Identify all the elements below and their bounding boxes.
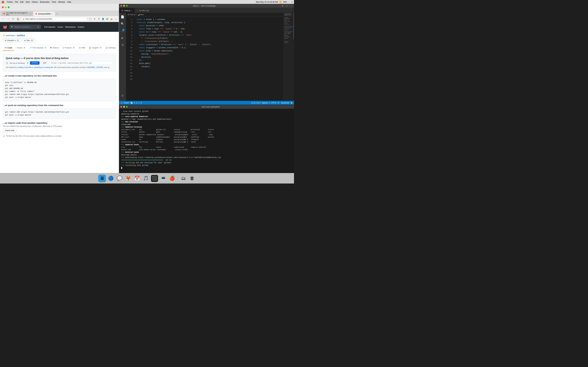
terminal-content[interactable]: ~ brew cask install github Updating Home…: [119, 109, 294, 173]
nav-marketplace[interactable]: Marketplace: [65, 26, 76, 28]
search-icon[interactable]: 🔍: [120, 21, 125, 26]
terminal-maximize[interactable]: [126, 106, 128, 108]
home-button[interactable]: 🏠: [16, 17, 20, 21]
tab-reddit[interactable]: 🦊 (1) reddit: the front page of the... ×: [1, 12, 33, 16]
github-search[interactable]: 🔍 Search or jump to... /: [9, 25, 41, 29]
https-button[interactable]: HTTPS: [30, 61, 40, 65]
apple-menu[interactable]: 🍎: [1, 1, 4, 3]
vscode-toggle-panel[interactable]: ▭: [285, 4, 288, 7]
nav-insights[interactable]: 📊 Settings: [104, 45, 117, 51]
dock-firefox[interactable]: 🦊: [124, 175, 132, 182]
ssh-button[interactable]: SSH: [41, 61, 49, 65]
dock-spotify[interactable]: 🎵: [142, 175, 150, 182]
menu-bookmarks[interactable]: Bookmarks: [40, 1, 50, 3]
back-button[interactable]: ←: [1, 17, 5, 21]
watch-button[interactable]: 👁 Unwatch ▾ 1: [3, 38, 21, 42]
nav-wiki[interactable]: 📖 Wiki: [77, 45, 87, 51]
menu-firefox[interactable]: Firefox: [7, 1, 13, 3]
dock-vscode[interactable]: 💻: [159, 175, 167, 182]
url-options[interactable]: ···: [54, 18, 56, 20]
git-branch-name[interactable]: master*: [123, 102, 130, 104]
cursor-position[interactable]: Ln 11, Col 1: [251, 102, 260, 104]
dock-calendar[interactable]: 📅: [133, 175, 141, 182]
quick-setup-desc: Get started by creating a new file or up…: [6, 66, 113, 69]
pocket-icon[interactable]: ◯: [89, 17, 92, 21]
code-area[interactable]: 12345 678910 1112131415 1617181920 const…: [126, 17, 284, 101]
settings-icon[interactable]: ⚙: [120, 93, 125, 98]
spaces-indicator[interactable]: Spaces: 2: [262, 102, 270, 104]
upload-file-link[interactable]: uploading an existing file: [34, 67, 53, 68]
tab-github[interactable]: 🐙 eeshaan/dotfiles ×: [33, 12, 55, 16]
vscode-split-editor[interactable]: ⊞: [281, 4, 284, 7]
term-line-new-formulae: ==> New Formulae: [121, 121, 292, 123]
create-file-link[interactable]: creating a new file: [17, 67, 32, 68]
vscode-minimize[interactable]: [123, 5, 125, 7]
repo-owner[interactable]: eeshaan: [6, 34, 15, 37]
license-link[interactable]: LICENSE: [96, 67, 103, 68]
nav-prs[interactable]: ⎇ Pull requests 0: [28, 45, 49, 51]
tab-reddit-close[interactable]: ×: [30, 13, 31, 15]
star-button[interactable]: ★ Star 0: [22, 38, 35, 42]
profile-icon[interactable]: 👤: [101, 17, 105, 21]
nav-security[interactable]: 🔒 Insights 0: [87, 45, 104, 51]
menu-edit[interactable]: Edit: [20, 1, 24, 3]
code-content[interactable]: const { anime } = window; function slide…: [133, 17, 284, 101]
menu-history[interactable]: History: [32, 1, 38, 3]
tab-github-close[interactable]: ×: [52, 13, 53, 15]
clone-url[interactable]: https://github.com/eeshaan/dotfiles.git: [50, 61, 113, 65]
nav-explore[interactable]: Explore: [78, 26, 84, 28]
dock-finder[interactable]: 🖥: [98, 175, 106, 182]
menu-file[interactable]: File: [15, 1, 18, 3]
readme-link[interactable]: README: [87, 67, 95, 68]
source-control-icon[interactable]: ⎇ 5: [120, 28, 125, 33]
menu-tools[interactable]: Tools: [52, 1, 56, 3]
vscode-close[interactable]: [121, 5, 122, 7]
run-icon[interactable]: ▶: [120, 35, 125, 40]
dock-maps[interactable]: 🔵: [107, 175, 115, 182]
bell-icon[interactable]: 🔔: [291, 102, 293, 104]
explorer-icon[interactable]: 📄: [120, 14, 125, 19]
extensions-icon[interactable]: ⊞: [120, 42, 125, 47]
nav-settings[interactable]: ⚙ Setti...: [117, 45, 119, 51]
vscode-more[interactable]: ···: [289, 4, 293, 7]
terminal-minimize[interactable]: [123, 106, 125, 108]
extensions-icon[interactable]: 🧩: [105, 17, 109, 21]
maximize-button[interactable]: [8, 6, 10, 8]
line-ending-indicator[interactable]: LF: [277, 102, 280, 104]
dock-folder[interactable]: 🗂: [180, 175, 187, 182]
dock-messages[interactable]: 💬: [116, 175, 123, 182]
encoding-indicator[interactable]: UTF-8: [271, 102, 276, 104]
dock-trash[interactable]: 🗑: [188, 175, 196, 182]
nav-issues[interactable]: Issues: [58, 26, 63, 28]
nav-actions[interactable]: ▶ Actions: [49, 45, 61, 51]
tab-mainjs-close[interactable]: ×: [131, 10, 132, 12]
vscode-tab-mainjs[interactable]: JS main.js ×: [119, 8, 135, 13]
vscode-tab-dumbosvg[interactable]: ◇ dumBo.svg: [135, 8, 151, 13]
repo-name[interactable]: dotfiles: [17, 34, 25, 37]
nav-pullrequests[interactable]: Pull requests: [44, 26, 55, 28]
nav-code[interactable]: <> Code: [3, 45, 14, 51]
notification-icon[interactable]: 🔔: [110, 17, 113, 21]
menu-view[interactable]: View: [26, 1, 30, 3]
language-indicator[interactable]: JavaScript: [281, 102, 289, 104]
dock-terminal[interactable]: ⬛: [151, 175, 158, 182]
new-tab-button[interactable]: +: [55, 12, 59, 16]
import-code-button[interactable]: Import code: [3, 129, 17, 132]
bookmark-icon[interactable]: ★: [93, 17, 96, 21]
minimap-scrollbar[interactable]: [293, 13, 294, 39]
download-icon[interactable]: ⬇: [97, 17, 101, 21]
nav-projects[interactable]: ◫ Projects 0: [61, 45, 77, 51]
forward-button[interactable]: →: [6, 17, 10, 21]
refresh-button[interactable]: ↻: [11, 17, 15, 21]
menu-help[interactable]: Help: [67, 1, 71, 3]
menu-icon[interactable]: ≡: [114, 17, 117, 21]
close-button[interactable]: [2, 6, 4, 8]
terminal-close[interactable]: [121, 106, 122, 108]
address-bar[interactable]: 🔒 https://github.com/eeshaan/dotfiles ··…: [21, 17, 88, 21]
vscode-maximize[interactable]: [126, 5, 128, 7]
dock-sourcetree[interactable]: 🍎: [168, 175, 176, 182]
sync-icon[interactable]: 🔄: [130, 102, 133, 104]
minimize-button[interactable]: [5, 6, 7, 8]
nav-issues[interactable]: ! Issues 0: [14, 45, 28, 51]
menu-window[interactable]: Window: [58, 1, 65, 3]
